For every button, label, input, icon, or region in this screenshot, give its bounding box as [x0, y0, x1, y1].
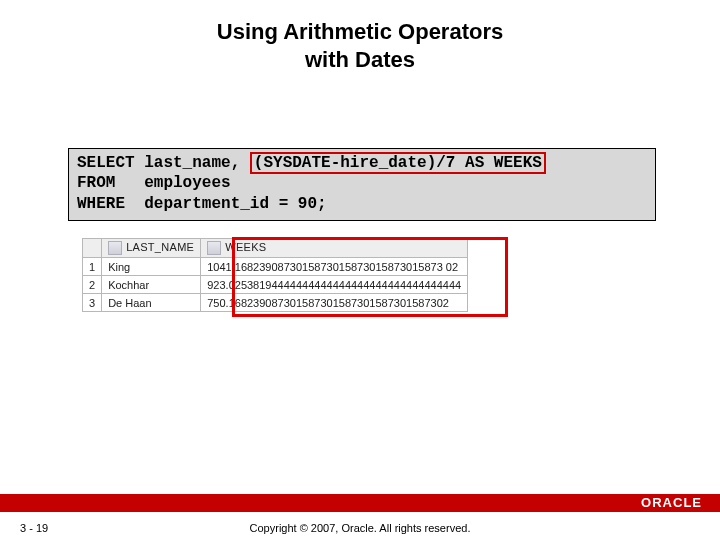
title-line-1: Using Arithmetic Operators	[217, 19, 503, 44]
row-number: 3	[83, 294, 102, 312]
slide-title: Using Arithmetic Operators with Dates	[0, 0, 720, 73]
col-weeks-label: WEEKS	[225, 241, 266, 253]
row-number: 1	[83, 258, 102, 276]
oracle-logo: ORACLE	[641, 494, 702, 512]
table-row: 3 De Haan 750.16823908730158730158730158…	[83, 294, 468, 312]
cell-last-name: Kochhar	[102, 276, 201, 294]
copyright-text: Copyright © 2007, Oracle. All rights res…	[0, 522, 720, 534]
slide: Using Arithmetic Operators with Dates SE…	[0, 0, 720, 540]
cell-weeks: 923.025381944444444444444444444444444444…	[201, 276, 468, 294]
footer-bar: ORACLE	[0, 494, 720, 512]
sql-code-box: SELECT last_name, (SYSDATE-hire_date)/7 …	[68, 148, 656, 221]
header-row: LAST_NAME WEEKS	[83, 239, 468, 258]
cell-weeks: 750.168239087301587301587301587301587302	[201, 294, 468, 312]
title-line-2: with Dates	[305, 47, 415, 72]
cell-last-name: De Haan	[102, 294, 201, 312]
table-row: 2 Kochhar 923.02538194444444444444444444…	[83, 276, 468, 294]
col-last-name: LAST_NAME	[102, 239, 201, 258]
code-after-select: last_name,	[135, 154, 250, 172]
cell-last-name: King	[102, 258, 201, 276]
col-last-name-label: LAST_NAME	[126, 241, 194, 253]
result-table: LAST_NAME WEEKS 1 King 1041.168239087301…	[82, 238, 468, 312]
result-grid: LAST_NAME WEEKS 1 King 1041.168239087301…	[82, 238, 468, 312]
kw-select: SELECT	[77, 154, 135, 172]
blank-header	[83, 239, 102, 258]
row-number: 2	[83, 276, 102, 294]
code-line-2: FROM employees	[77, 174, 231, 192]
column-icon	[108, 241, 122, 255]
cell-weeks: 1041.1682390873015873015873015873015873 …	[201, 258, 468, 276]
col-weeks: WEEKS	[201, 239, 468, 258]
code-line-3: WHERE department_id = 90;	[77, 195, 327, 213]
code-highlight-expression: (SYSDATE-hire_date)/7 AS WEEKS	[250, 152, 546, 174]
column-icon	[207, 241, 221, 255]
table-row: 1 King 1041.1682390873015873015873015873…	[83, 258, 468, 276]
